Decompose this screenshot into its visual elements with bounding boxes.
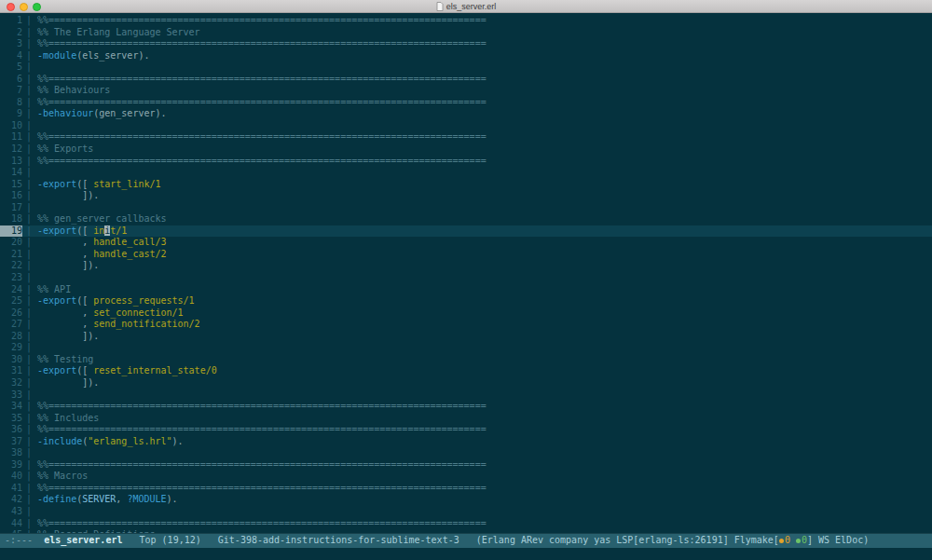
code-token: process_requests/1 — [93, 295, 194, 306]
code-line-23[interactable]: 23| — [0, 272, 932, 284]
code-line-8[interactable]: 8|%%====================================… — [0, 97, 932, 109]
gutter-separator: | — [22, 167, 32, 177]
code-line-43[interactable]: 43| — [0, 506, 932, 518]
code-line-22[interactable]: 22| ]). — [0, 260, 932, 272]
code-line-16[interactable]: 16| ]). — [0, 190, 932, 202]
modeline-modes-end[interactable]: ] WS ElDoc) — [807, 535, 869, 545]
code-token: %% API — [37, 284, 71, 294]
code-line-3[interactable]: 3|%%====================================… — [0, 38, 932, 50]
echo-area[interactable] — [0, 548, 932, 560]
code-token: %%======================================… — [37, 97, 487, 107]
code-line-12[interactable]: 12|%% Exports — [0, 143, 932, 156]
code-line-24[interactable]: 24|%% API — [0, 284, 932, 296]
modeline-git-branch[interactable]: Git-398-add-instructions-for-sublime-tex… — [218, 535, 459, 545]
line-number: 19 — [0, 225, 22, 238]
code-text: -include("erlang_ls.hrl"). — [32, 436, 184, 446]
code-token: -module — [37, 50, 76, 61]
code-line-6[interactable]: 6|%%====================================… — [0, 74, 932, 86]
code-text: ]). — [32, 331, 99, 341]
code-line-13[interactable]: 13|%%===================================… — [0, 156, 932, 168]
code-text: , handle_call/3 — [32, 237, 167, 247]
code-text: %% Macros — [32, 471, 88, 481]
modeline-flags: -:--- — [5, 535, 44, 545]
code-line-34[interactable]: 34|%%===================================… — [0, 401, 932, 413]
code-line-26[interactable]: 26| , set_connection/1 — [0, 307, 932, 320]
code-token: -behaviour — [37, 108, 93, 118]
modeline-position[interactable]: Top (19,12) — [140, 535, 201, 545]
code-line-35[interactable]: 35|%% Includes — [0, 413, 932, 425]
code-text — [32, 120, 37, 130]
code-line-42[interactable]: 42|-define(SERVER, ?MODULE). — [0, 494, 932, 506]
line-number: 31 — [0, 365, 22, 377]
code-line-33[interactable]: 33| — [0, 389, 932, 402]
modeline-modes[interactable]: (Erlang ARev company yas LSP[erlang-ls:2… — [459, 535, 779, 545]
gutter-separator: | — [22, 506, 32, 516]
code-line-37[interactable]: 37|-include("erlang_ls.hrl"). — [0, 436, 932, 448]
code-line-14[interactable]: 14| — [0, 167, 932, 179]
code-text: -export([ start_link/1 — [32, 179, 160, 189]
gutter-separator: | — [22, 319, 32, 329]
code-line-2[interactable]: 2|%% The Erlang Language Server — [0, 27, 932, 39]
code-line-27[interactable]: 27| , send_notification/2 — [0, 319, 932, 331]
gutter-separator: | — [22, 249, 32, 259]
code-line-17[interactable]: 17| — [0, 202, 932, 214]
code-line-21[interactable]: 21| , handle_cast/2 — [0, 249, 932, 261]
code-line-41[interactable]: 41|%%===================================… — [0, 483, 932, 495]
code-line-7[interactable]: 7|%% Behaviours — [0, 85, 932, 97]
code-line-9[interactable]: 9|-behaviour(gen_server). — [0, 108, 932, 120]
code-line-29[interactable]: 29| — [0, 342, 932, 354]
code-line-36[interactable]: 36|%%===================================… — [0, 424, 932, 436]
modeline-buffer-name[interactable]: els_server.erl — [44, 535, 122, 545]
code-line-10[interactable]: 10| — [0, 120, 932, 132]
code-line-18[interactable]: 18|%% gen_server callbacks — [0, 213, 932, 225]
code-area[interactable]: 1|%%====================================… — [0, 15, 932, 533]
code-token: ). — [172, 436, 184, 446]
gutter-separator: | — [22, 272, 32, 282]
code-token: ]). — [37, 377, 99, 388]
code-line-40[interactable]: 40|%% Macros — [0, 471, 932, 483]
code-token: %% Testing — [37, 354, 93, 364]
code-token: "erlang_ls.hrl" — [88, 436, 171, 446]
flymake-ok-count[interactable]: 0 — [796, 535, 807, 545]
gutter-separator: | — [22, 471, 32, 481]
gutter-separator: | — [22, 365, 32, 376]
code-line-20[interactable]: 20| , handle_call/3 — [0, 237, 932, 249]
code-text: %% Testing — [32, 354, 93, 364]
code-token: ]). — [37, 331, 99, 341]
gutter-separator: | — [22, 401, 32, 411]
modeline-spacer — [122, 535, 139, 545]
line-number: 14 — [0, 167, 22, 179]
code-text: %%======================================… — [32, 131, 487, 142]
line-number: 40 — [0, 471, 22, 483]
code-line-4[interactable]: 4|-module(els_server). — [0, 50, 932, 62]
code-line-19[interactable]: 19|-export([ init/1 — [0, 225, 932, 238]
editor[interactable]: 1|%%====================================… — [0, 13, 932, 533]
code-line-28[interactable]: 28| ]). — [0, 331, 932, 343]
flymake-warning-count[interactable]: 0 — [779, 535, 790, 545]
code-token: -export — [37, 225, 76, 236]
code-text: %%======================================… — [32, 156, 487, 166]
title-bar: els_server.erl — [0, 0, 932, 13]
code-line-31[interactable]: 31|-export([ reset_internal_state/0 — [0, 365, 932, 377]
code-line-44[interactable]: 44|%%===================================… — [0, 518, 932, 530]
code-line-32[interactable]: 32| ]). — [0, 377, 932, 389]
zoom-button[interactable] — [33, 3, 41, 11]
mode-line[interactable]: -:--- els_server.erl Top (19,12) Git-398… — [0, 533, 932, 548]
code-line-25[interactable]: 25|-export([ process_requests/1 — [0, 295, 932, 307]
code-line-15[interactable]: 15|-export([ start_link/1 — [0, 179, 932, 191]
code-line-30[interactable]: 30|%% Testing — [0, 354, 932, 366]
code-token: , — [37, 249, 93, 259]
close-button[interactable] — [7, 3, 15, 11]
code-line-39[interactable]: 39|%%===================================… — [0, 459, 932, 471]
line-number: 36 — [0, 424, 22, 436]
line-number: 17 — [0, 202, 22, 214]
code-text: -export([ init/1 — [32, 225, 127, 236]
code-token: %% gen_server callbacks — [37, 213, 166, 224]
minimize-button[interactable] — [20, 3, 28, 11]
line-number: 8 — [0, 97, 22, 109]
code-line-11[interactable]: 11|%%===================================… — [0, 131, 932, 143]
code-line-5[interactable]: 5| — [0, 61, 932, 74]
code-token: ([ — [76, 179, 93, 189]
code-line-1[interactable]: 1|%%====================================… — [0, 15, 932, 27]
code-line-38[interactable]: 38| — [0, 447, 932, 459]
